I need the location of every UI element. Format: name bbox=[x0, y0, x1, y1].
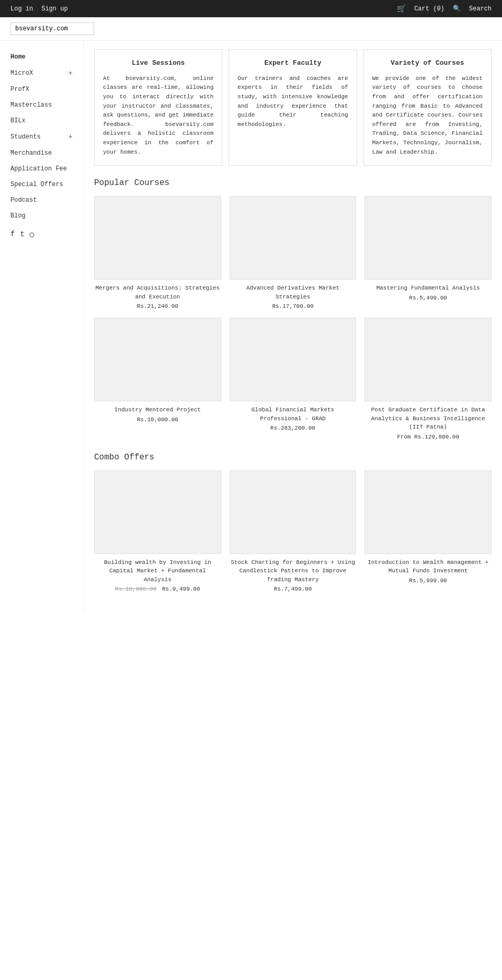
course-price: Rs.7,499.00 bbox=[230, 586, 357, 592]
top-nav: Log in Sign up 🛒 Cart (0) 🔍 Search bbox=[0, 0, 502, 17]
search-icon[interactable]: 🔍 bbox=[453, 5, 461, 13]
cart-icon[interactable]: 🛒 bbox=[397, 4, 406, 13]
feature-desc-live: At bsevarsity.com, online classes are re… bbox=[103, 74, 213, 157]
sale-price: Rs.9,499.00 bbox=[162, 586, 200, 592]
sidebar-item-label: Blog bbox=[10, 212, 26, 220]
course-title: Advanced Derivatives Market Strategies bbox=[230, 284, 357, 301]
course-price: Rs.17,700.00 bbox=[230, 303, 357, 309]
course-thumbnail bbox=[94, 318, 221, 401]
sidebar-item-profx[interactable]: ProfX bbox=[0, 82, 83, 97]
cart-label[interactable]: Cart (0) bbox=[414, 5, 444, 13]
sidebar-item-home[interactable]: Home bbox=[0, 49, 83, 65]
sidebar-item-masterclass[interactable]: Masterclass bbox=[0, 97, 83, 113]
sidebar-item-label: BILx bbox=[10, 117, 26, 124]
feature-title-faculty: Expert Faculty bbox=[237, 58, 348, 69]
sidebar-item-application-fee[interactable]: Application Fee bbox=[0, 161, 83, 177]
combo-course-card[interactable]: Stock Charting for Beginners + Using Can… bbox=[230, 470, 357, 593]
course-price: Rs.21,240.00 bbox=[94, 303, 221, 309]
feature-variety-courses: Variety of Courses We provide one of the… bbox=[363, 49, 492, 166]
original-price: Rs.18,998.00 bbox=[115, 586, 156, 592]
sidebar-item-students[interactable]: Students + bbox=[0, 129, 83, 145]
course-thumbnail bbox=[364, 470, 492, 554]
course-title: Global Financial Markets Professional - … bbox=[230, 406, 357, 423]
sidebar-item-special-offers[interactable]: Special Offers bbox=[0, 177, 83, 192]
top-nav-right: 🛒 Cart (0) 🔍 Search bbox=[397, 4, 492, 13]
course-price: Rs.18,998.00 Rs.9,499.00 bbox=[94, 586, 221, 592]
course-card[interactable]: Mastering Fundamental Analysis Rs.5,499.… bbox=[364, 196, 492, 309]
login-link[interactable]: Log in bbox=[10, 5, 33, 13]
popular-courses-grid: Mergers and Acquisitions: Strategies and… bbox=[94, 196, 492, 440]
sidebar-item-label: Merchandise bbox=[10, 149, 52, 157]
combo-section: Combo Offers Building wealth by Investin… bbox=[94, 453, 492, 593]
sidebar-item-blog[interactable]: Blog bbox=[0, 208, 83, 224]
twitter-icon[interactable]: t bbox=[20, 230, 24, 239]
combo-courses-grid: Building wealth by Investing in Capital … bbox=[94, 470, 492, 593]
course-card[interactable]: Post Graduate Certificate in Data Analyt… bbox=[364, 318, 492, 440]
combo-course-card[interactable]: Introduction to Wealth management + Mutu… bbox=[364, 470, 492, 593]
content-area: Live Sessions At bsevarsity.com, online … bbox=[84, 41, 502, 613]
course-title: Stock Charting for Beginners + Using Can… bbox=[230, 558, 357, 584]
course-card[interactable]: Industry Mentored Project Rs.10,000.00 bbox=[94, 318, 221, 440]
course-title: Post Graduate Certificate in Data Analyt… bbox=[364, 406, 492, 432]
sidebar-item-label: Masterclass bbox=[10, 101, 52, 109]
course-price: Rs.283,200.00 bbox=[230, 425, 357, 431]
course-title: Industry Mentored Project bbox=[94, 406, 221, 414]
course-card[interactable]: Global Financial Markets Professional - … bbox=[230, 318, 357, 440]
sidebar-item-label: Podcast bbox=[10, 197, 37, 204]
sidebar-item-label: Special Offers bbox=[10, 181, 63, 188]
feature-desc-variety: We provide one of the widest variety of … bbox=[372, 74, 483, 157]
course-thumbnail bbox=[94, 196, 221, 280]
sidebar-item-label: ProfX bbox=[10, 86, 29, 93]
course-price: Rs.5,999.00 bbox=[364, 578, 492, 584]
social-links: f t ◯ bbox=[0, 224, 83, 245]
course-price: From Rs.129,800.00 bbox=[364, 434, 492, 440]
course-title: Introduction to Wealth management + Mutu… bbox=[364, 558, 492, 575]
course-card[interactable]: Advanced Derivatives Market Strategies R… bbox=[230, 196, 357, 309]
course-card[interactable]: Mergers and Acquisitions: Strategies and… bbox=[94, 196, 221, 309]
course-thumbnail bbox=[230, 196, 357, 280]
sidebar-item-bilx[interactable]: BILx bbox=[0, 113, 83, 129]
plus-icon: + bbox=[69, 69, 73, 77]
course-price: Rs.5,499.00 bbox=[364, 295, 492, 301]
course-title: Mergers and Acquisitions: Strategies and… bbox=[94, 284, 221, 301]
sidebar-item-microx[interactable]: MicroX + bbox=[0, 65, 83, 82]
main-layout: Home MicroX + ProfX Masterclass BILx Stu… bbox=[0, 41, 502, 613]
combo-course-card[interactable]: Building wealth by Investing in Capital … bbox=[94, 470, 221, 593]
feature-expert-faculty: Expert Faculty Our trainers and coaches … bbox=[229, 49, 357, 166]
sidebar-item-merchandise[interactable]: Merchandise bbox=[0, 145, 83, 161]
top-nav-left: Log in Sign up bbox=[10, 5, 68, 13]
course-thumbnail bbox=[94, 470, 221, 554]
sidebar-item-label: Application Fee bbox=[10, 165, 67, 172]
course-thumbnail bbox=[364, 318, 492, 401]
signup-link[interactable]: Sign up bbox=[41, 5, 67, 13]
sidebar-item-podcast[interactable]: Podcast bbox=[0, 192, 83, 208]
course-thumbnail bbox=[364, 196, 492, 280]
feature-live-sessions: Live Sessions At bsevarsity.com, online … bbox=[94, 49, 222, 166]
course-price: Rs.10,000.00 bbox=[94, 417, 221, 423]
feature-title-variety: Variety of Courses bbox=[372, 58, 483, 69]
search-label: Search bbox=[469, 5, 492, 13]
plus-icon: + bbox=[69, 133, 73, 141]
course-thumbnail bbox=[230, 470, 357, 554]
course-title: Building wealth by Investing in Capital … bbox=[94, 558, 221, 584]
feature-desc-faculty: Our trainers and coaches are experts in … bbox=[237, 74, 348, 130]
facebook-icon[interactable]: f bbox=[10, 230, 15, 239]
combo-offers-title: Combo Offers bbox=[94, 453, 492, 462]
instagram-icon[interactable]: ◯ bbox=[30, 230, 34, 239]
search-input[interactable] bbox=[10, 22, 94, 35]
popular-courses-title: Popular Courses bbox=[94, 178, 492, 188]
feature-title-live: Live Sessions bbox=[103, 58, 213, 69]
course-thumbnail bbox=[230, 318, 357, 401]
feature-row: Live Sessions At bsevarsity.com, online … bbox=[94, 49, 492, 166]
search-bar-area bbox=[0, 17, 502, 41]
sidebar: Home MicroX + ProfX Masterclass BILx Stu… bbox=[0, 41, 84, 613]
course-title: Mastering Fundamental Analysis bbox=[364, 284, 492, 293]
sidebar-item-label: MicroX bbox=[10, 70, 33, 77]
sidebar-item-label: Home bbox=[10, 53, 26, 61]
sidebar-item-label: Students bbox=[10, 133, 41, 141]
